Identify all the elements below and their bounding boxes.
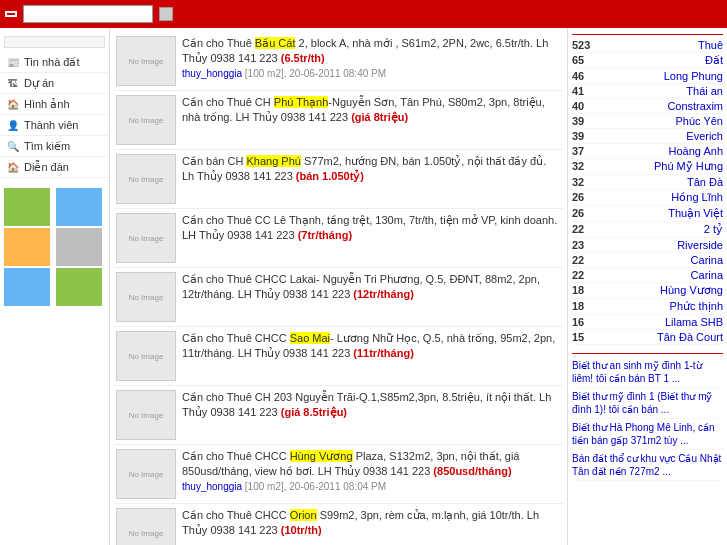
sidebar-label-tin-nha-dat: Tin nhà đất	[24, 56, 80, 69]
sidebar-item-dien-dan[interactable]: 🏠Diễn đàn	[0, 157, 109, 178]
sidebar-icon-tim-kiem: 🔍	[6, 139, 20, 153]
search-input[interactable]	[23, 5, 153, 23]
main-content: No ImageCần cho Thuê Bầu Cát 2, block A,…	[110, 28, 567, 545]
no-image-label: No Image	[129, 116, 164, 125]
sidebar-item-du-an[interactable]: 🏗Dự án	[0, 73, 109, 94]
project-name[interactable]: Tân Đà	[687, 176, 723, 188]
project-count: 32	[572, 176, 584, 188]
project-item: 16Lilama SHB	[572, 315, 723, 330]
project-item: 18Hùng Vương	[572, 283, 723, 299]
sidebar-item-thanh-vien[interactable]: 👤Thành viên	[0, 115, 109, 136]
project-name[interactable]: Đất	[705, 54, 723, 67]
project-count: 15	[572, 331, 584, 343]
no-image-label: No Image	[129, 293, 164, 302]
project-name[interactable]: Everich	[686, 130, 723, 142]
listing-content-1: Cần cho Thuê Bầu Cát 2, block A, nhà mới…	[182, 36, 561, 79]
listing-title-6[interactable]: Cần cho Thuê CHCC Sao Mai- Lương Nhữ Học…	[182, 331, 561, 362]
listing-item-1: No ImageCần cho Thuê Bầu Cát 2, block A,…	[114, 32, 563, 91]
sidebar-item-hinh-anh[interactable]: 🏠Hình ảnh	[0, 94, 109, 115]
project-name[interactable]: Hồng Lĩnh	[671, 191, 723, 204]
sidebar-label-thanh-vien: Thành viên	[24, 119, 78, 131]
project-name[interactable]: Carina	[691, 269, 723, 281]
listing-price: (11tr/tháng)	[353, 347, 414, 359]
project-count: 65	[572, 54, 584, 67]
sidebar-icon-hinh-anh: 🏠	[6, 97, 20, 111]
project-name[interactable]: Lilama SHB	[665, 316, 723, 328]
listing-title-9[interactable]: Cần cho Thuê CHCC Orion S99m2, 3pn, rèm …	[182, 508, 561, 539]
project-name[interactable]: Phúc Yên	[675, 115, 723, 127]
sidebar-item-tim-kiem[interactable]: 🔍Tìm kiếm	[0, 136, 109, 157]
forum-item[interactable]: Biết thư mỹ đình 1 (Biết thư mỹ đình 1)!…	[572, 388, 723, 419]
listing-price: (6.5tr/th)	[281, 52, 325, 64]
project-count: 39	[572, 115, 584, 127]
listing-item-9: No ImageCần cho Thuê CHCC Orion S99m2, 3…	[114, 504, 563, 545]
du-an-title	[572, 32, 723, 35]
listing-title-3[interactable]: Cần bán CH Khang Phú S77m2, hướng ĐN, bá…	[182, 154, 561, 185]
listing-title-8[interactable]: Cần cho Thuê CHCC Hùng Vương Plaza, S132…	[182, 449, 561, 480]
forum-list: Biết thư an sinh mỹ đình 1-từ liêm! tôi …	[572, 357, 723, 481]
listing-thumb-4: No Image	[116, 213, 176, 263]
highlight-project: Khang Phú	[246, 155, 300, 167]
sidebar-label-du-an: Dự án	[24, 77, 54, 90]
listing-thumb-2: No Image	[116, 95, 176, 145]
project-count: 16	[572, 316, 584, 328]
listing-title-7[interactable]: Cần cho Thuê CH 203 Nguyễn Trãi-Q.1,S85m…	[182, 390, 561, 421]
image-grid	[4, 188, 105, 306]
project-item: 22Carina	[572, 268, 723, 283]
project-item: 37Hoàng Anh	[572, 144, 723, 159]
project-item: 26Hồng Lĩnh	[572, 190, 723, 206]
listing-item-3: No ImageCần bán CH Khang Phú S77m2, hướn…	[114, 150, 563, 209]
login-section[interactable]	[4, 36, 105, 48]
project-name[interactable]: Thuê	[698, 39, 723, 51]
project-name[interactable]: Phú Mỹ Hưng	[654, 160, 723, 173]
highlight-project: Phú Thạnh	[274, 96, 329, 108]
no-image-label: No Image	[129, 529, 164, 538]
project-name[interactable]: Long Phung	[664, 70, 723, 82]
no-image-label: No Image	[129, 411, 164, 420]
project-name[interactable]: Thái an	[686, 85, 723, 97]
forum-title	[572, 351, 723, 354]
project-name[interactable]: Riverside	[677, 239, 723, 251]
listing-title-2[interactable]: Cần cho Thuê CH Phú Thạnh-Nguyễn Sơn, Tâ…	[182, 95, 561, 126]
listing-title-4[interactable]: Cần cho Thuê CC Lê Thạnh, tầng trệt, 130…	[182, 213, 561, 244]
sidebar-item-tin-nha-dat[interactable]: 📰Tin nhà đất	[0, 52, 109, 73]
project-name[interactable]: Hùng Vương	[660, 284, 723, 297]
close-icon[interactable]	[159, 7, 173, 21]
project-name[interactable]: Carina	[691, 254, 723, 266]
header	[0, 0, 727, 28]
project-count: 22	[572, 269, 584, 281]
sidebar-icon-tin-nha-dat: 📰	[6, 55, 20, 69]
project-count: 41	[572, 85, 584, 97]
project-name[interactable]: Phức thịnh	[670, 300, 723, 313]
forum-item[interactable]: Biết thư Hà Phong Mê Linh, cần tiền bán …	[572, 419, 723, 450]
project-item: 523Thuê	[572, 38, 723, 53]
project-item: 41Thái an	[572, 84, 723, 99]
project-name[interactable]: Tân Đà Court	[657, 331, 723, 343]
project-name[interactable]: Constraxim	[667, 100, 723, 112]
project-name[interactable]: 2 tỷ	[704, 223, 723, 236]
project-item: 18Phức thịnh	[572, 299, 723, 315]
listing-item-7: No ImageCần cho Thuê CH 203 Nguyễn Trãi-…	[114, 386, 563, 445]
listing-title-5[interactable]: Cần cho Thuê CHCC Lakai- Nguyễn Tri Phươ…	[182, 272, 561, 303]
listing-thumb-5: No Image	[116, 272, 176, 322]
listing-title-1[interactable]: Cần cho Thuê Bầu Cát 2, block A, nhà mới…	[182, 36, 561, 67]
sidebar-label-dien-dan: Diễn đàn	[24, 161, 69, 174]
listing-meta-1: thuy_honggia [100 m2], 20-06-2011 08:40 …	[182, 68, 561, 79]
project-name[interactable]: Thuận Việt	[668, 207, 723, 220]
project-count: 26	[572, 191, 584, 204]
listing-price: (850usd/tháng)	[433, 465, 511, 477]
listing-author[interactable]: thuy_honggia	[182, 68, 242, 79]
forum-item[interactable]: Biết thư an sinh mỹ đình 1-từ liêm! tôi …	[572, 357, 723, 388]
sidebar-label-tim-kiem: Tìm kiếm	[24, 140, 70, 153]
listing-price: (giá 8triệu)	[351, 111, 408, 123]
project-name[interactable]: Hoàng Anh	[669, 145, 723, 157]
listing-author[interactable]: thuy_honggia	[182, 481, 242, 492]
sidebar-icon-dien-dan: 🏠	[6, 160, 20, 174]
project-image-5	[4, 268, 50, 306]
project-item: 15Tân Đà Court	[572, 330, 723, 345]
sidebar-icon-du-an: 🏗	[6, 76, 20, 90]
forum-item[interactable]: Bán đất thổ cư khu vực Cầu Nhật Tân đất …	[572, 450, 723, 481]
listing-thumb-6: No Image	[116, 331, 176, 381]
project-count: 37	[572, 145, 584, 157]
highlight-project: Bầu Cát	[255, 37, 296, 49]
